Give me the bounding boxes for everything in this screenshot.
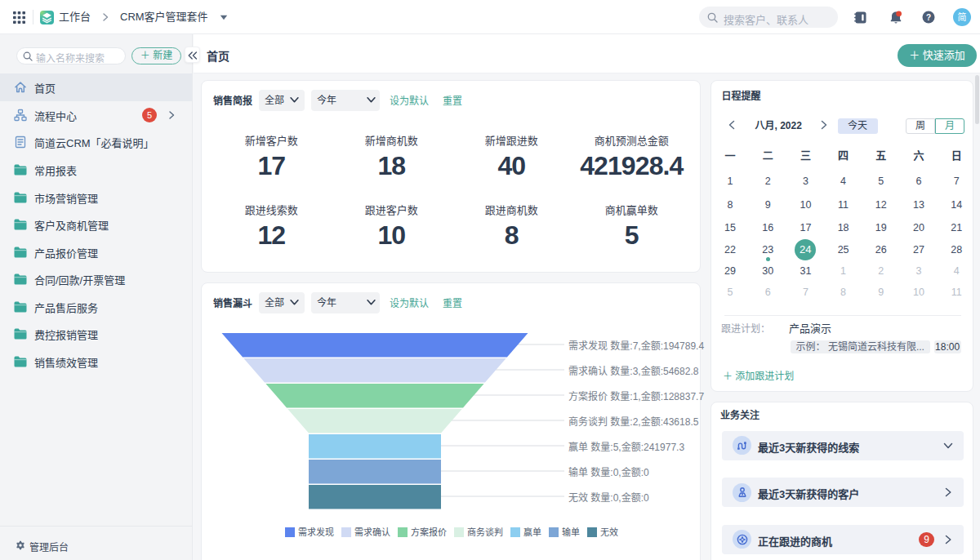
svg-text:?: ? [926, 13, 931, 22]
